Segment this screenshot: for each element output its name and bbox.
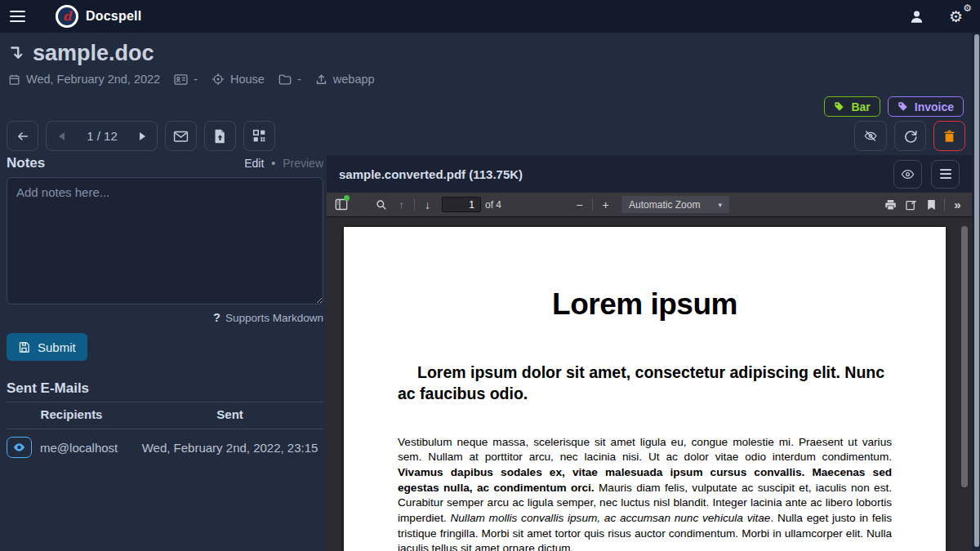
- download-button[interactable]: [901, 195, 921, 215]
- notes-input[interactable]: [7, 177, 323, 304]
- item-folder: -: [278, 73, 301, 86]
- trash-icon: [942, 129, 956, 144]
- refresh-icon: [903, 129, 918, 144]
- notes-preview-link[interactable]: Preview: [283, 157, 323, 170]
- chevron-down-icon: ▾: [718, 201, 722, 209]
- app-title: Docspell: [86, 9, 141, 24]
- item-date: Wed, February 2nd, 2022: [8, 73, 160, 86]
- column-header-recipients: Recipients: [7, 402, 136, 429]
- prev-item-button[interactable]: [47, 122, 76, 150]
- tag-invoice[interactable]: Invoice: [888, 96, 964, 117]
- attachment-panel: sample.converted.pdf (113.75K): [327, 155, 972, 551]
- back-arrow-icon: [16, 130, 30, 143]
- page-scrollbar-thumb[interactable]: [974, 34, 979, 547]
- user-icon: [909, 9, 924, 24]
- top-navbar: d Docspell ⚙ ⚙: [0, 0, 980, 33]
- tag-icon: [898, 101, 908, 112]
- zoom-out-button[interactable]: −: [569, 195, 590, 215]
- tag-bar[interactable]: Bar: [824, 96, 880, 117]
- send-mail-button[interactable]: [165, 121, 197, 151]
- notes-heading: Notes: [7, 155, 45, 171]
- pager-position: 1 / 12: [76, 122, 128, 150]
- caret-right-icon: [140, 132, 145, 140]
- address-card-icon: [174, 73, 188, 86]
- reprocess-button[interactable]: [894, 121, 926, 151]
- pdf-viewer[interactable]: Lorem ipsum Lorem ipsum dolor sit amet, …: [327, 217, 972, 551]
- unconfirm-button[interactable]: [854, 121, 887, 151]
- qr-code-icon: [252, 129, 266, 143]
- bullet-separator: •: [271, 157, 275, 170]
- envelope-icon: [173, 130, 189, 143]
- notes-edit-link[interactable]: Edit: [244, 157, 264, 170]
- attachment-preview-button[interactable]: [893, 160, 922, 189]
- back-button[interactable]: [7, 121, 38, 151]
- arrow-down-icon: ↓: [425, 198, 430, 211]
- item-correspondent: House: [212, 73, 265, 86]
- previous-page-button[interactable]: ↑: [391, 195, 412, 215]
- page-scrollbar[interactable]: [972, 33, 980, 551]
- tag-icon: [834, 101, 844, 112]
- caret-left-icon: [59, 132, 65, 140]
- eye-icon: [901, 169, 915, 180]
- sent-emails-table: Recipients Sent me@localhost: [7, 402, 323, 458]
- item-pager: 1 / 12: [46, 121, 158, 151]
- sidebar-toggle-button[interactable]: [331, 195, 351, 215]
- download-icon: [905, 199, 917, 211]
- attachment-filename: sample.converted.pdf (113.75K): [339, 167, 523, 181]
- pdf-document-title: Lorem ipsum: [344, 287, 946, 322]
- hamburger-icon: [10, 11, 25, 13]
- docspell-logo: d: [56, 5, 78, 28]
- docspell-app: d Docspell ⚙ ⚙ sample.doc: [0, 0, 980, 551]
- eye-slash-icon: [862, 129, 879, 143]
- printer-icon: [884, 199, 897, 211]
- delete-button[interactable]: [933, 121, 965, 151]
- menu-toggle-button[interactable]: [10, 4, 38, 29]
- item-toolbar: 1 / 12: [7, 121, 965, 151]
- more-tools-button[interactable]: »: [947, 195, 968, 215]
- minus-icon: −: [576, 198, 582, 211]
- save-icon: [18, 341, 30, 353]
- pdf-page-1: Lorem ipsum Lorem ipsum dolor sit amet, …: [344, 227, 946, 551]
- mail-sent-date: Wed, February 2nd, 2022, 23:15: [136, 429, 323, 459]
- file-upload-icon: [214, 129, 226, 144]
- markdown-hint-link[interactable]: ?Supports Markdown: [7, 311, 323, 324]
- item-title-row: sample.doc: [8, 41, 964, 66]
- item-concerning: -: [174, 73, 198, 86]
- add-files-button[interactable]: [204, 121, 236, 151]
- find-button[interactable]: [371, 195, 391, 215]
- search-icon: [376, 199, 387, 211]
- sent-email-row: me@localhost Wed, February 2nd, 2022, 23…: [7, 429, 323, 459]
- qr-code-button[interactable]: [243, 121, 275, 151]
- double-chevron-icon: »: [954, 198, 960, 211]
- list-menu-icon: [940, 169, 951, 179]
- bookmark-icon: [927, 199, 936, 211]
- next-item-button[interactable]: [128, 122, 157, 150]
- calendar-icon: [8, 73, 20, 86]
- mail-recipient: me@localhost: [40, 441, 118, 455]
- item-meta-row: Wed, February 2nd, 2022 - House: [8, 73, 964, 86]
- notes-header: Notes Edit • Preview: [7, 155, 323, 171]
- zoom-in-button[interactable]: +: [595, 195, 616, 215]
- user-menu-button[interactable]: [909, 9, 924, 24]
- settings-button[interactable]: ⚙ ⚙: [949, 7, 970, 26]
- pdfjs-toolbar: ↑ ↓ of 4 − + Automatic Zoom ▾: [327, 193, 972, 217]
- page-count-label: of 4: [485, 199, 501, 211]
- attachment-menu-button[interactable]: [931, 160, 960, 189]
- zoom-level-select[interactable]: Automatic Zoom ▾: [621, 196, 729, 213]
- view-mail-button[interactable]: [7, 437, 32, 458]
- column-header-sent: Sent: [136, 402, 323, 429]
- print-button[interactable]: [880, 195, 901, 215]
- next-page-button[interactable]: ↓: [417, 195, 438, 215]
- arrow-turn-down-icon: [8, 45, 25, 62]
- pdf-document-subtitle: Lorem ipsum dolor sit amet, consectetur …: [398, 362, 892, 405]
- crosshairs-icon: [212, 73, 225, 86]
- bookmark-button[interactable]: [921, 195, 942, 215]
- tags-row: Bar Invoice: [8, 96, 964, 117]
- page-number-input[interactable]: [442, 197, 481, 212]
- submit-notes-button[interactable]: Submit: [7, 333, 87, 361]
- pdf-scrollbar-thumb[interactable]: [961, 226, 968, 487]
- arrow-up-icon: ↑: [399, 198, 404, 211]
- sidebar-notification-dot: [344, 195, 350, 201]
- attachment-header: sample.converted.pdf (113.75K): [327, 155, 972, 193]
- item-source: webapp: [315, 73, 375, 86]
